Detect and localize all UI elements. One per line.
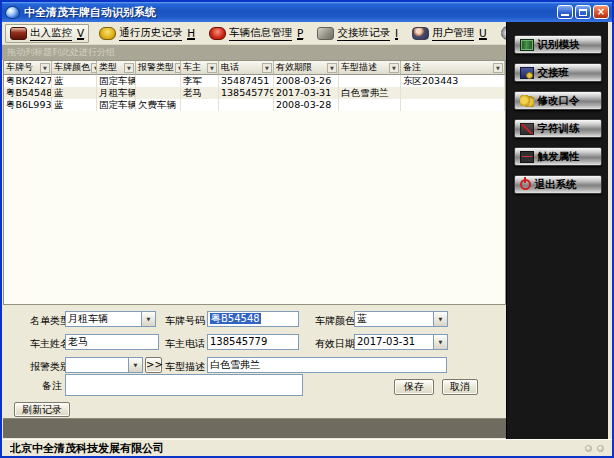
plate-no-selected-text: 粤B54548 [210, 313, 261, 324]
table-row[interactable]: 粤BK2427 蓝 固定车辆 李军 35487451 2008-03-26 东区… [4, 75, 505, 87]
cell-plate: 粤B54548 [4, 87, 52, 99]
sidebar-button-label: 交接班 [538, 66, 570, 80]
filter-arrow-icon[interactable]: ▼ [262, 63, 272, 73]
sidebar-button-character-training[interactable]: 字符训练 [514, 119, 602, 138]
column-header-phone[interactable]: 电话▼ [219, 61, 274, 75]
toolbar-hotkey: U [479, 27, 487, 40]
sidebar-button-exit-system[interactable]: 退出系统 [514, 175, 602, 194]
filter-arrow-icon[interactable]: ▼ [124, 63, 134, 73]
model-desc-input[interactable]: 白色雪弗兰 [207, 357, 447, 373]
sidebar: 识别模块 交接班 修改口令 字符训练 触发属性 退出系统 [506, 22, 608, 439]
table-row[interactable]: 粤B6L993 蓝 固定车辆 欠费车辆 2008-03-28 [4, 99, 505, 111]
cell-alarm-type: 欠费车辆 [136, 99, 181, 111]
minimize-button[interactable] [557, 5, 573, 19]
main-toolbar: 出入监控 V 通行历史记录 H 车辆信息管理 P 交接班记录 I 用户管理 U … [2, 22, 506, 45]
valid-date-picker[interactable]: 2017-03-31 ▼ [354, 334, 448, 350]
statusbar: 北京中全清茂科技发展有限公司 [2, 439, 612, 456]
toolbar-item-entry-monitor[interactable]: 出入监控 V [5, 24, 89, 43]
owner-name-input[interactable]: 老马 [65, 334, 159, 350]
column-label: 有效期限 [276, 61, 312, 74]
list-type-value: 月租车辆 [66, 312, 141, 326]
toolbar-label: 通行历史记录 [119, 26, 182, 41]
car-icon [209, 27, 226, 40]
cell-plate-color: 蓝 [52, 87, 97, 99]
plate-color-select[interactable]: 蓝 ▼ [354, 311, 448, 327]
toolbar-item-shift-record[interactable]: 交接班记录 I [313, 24, 402, 43]
list-type-select[interactable]: 月租车辆 ▼ [65, 311, 156, 327]
column-header-type[interactable]: 类型▼ [97, 61, 136, 75]
cell-model-desc [339, 99, 401, 111]
column-label: 类型 [99, 61, 117, 74]
filter-arrow-icon[interactable]: ▼ [207, 63, 217, 73]
shift-change-icon [520, 67, 534, 79]
close-button[interactable]: × [593, 5, 609, 19]
column-header-remark[interactable]: 备注▼ [401, 61, 505, 75]
column-label: 报警类型 [138, 61, 174, 74]
remark-label: 备注 [42, 379, 62, 393]
app-logo-icon [5, 6, 20, 19]
sidebar-button-label: 退出系统 [535, 178, 577, 192]
alarm-type-label: 报警类别 [30, 360, 70, 374]
plate-no-input[interactable]: 粤B54548 [207, 311, 299, 327]
chevron-down-icon[interactable]: ▼ [141, 312, 155, 326]
sidebar-button-recognition-module[interactable]: 识别模块 [514, 35, 602, 54]
remark-textarea[interactable] [65, 374, 303, 396]
column-header-plate[interactable]: 车牌号▼ [4, 61, 52, 75]
cell-owner: 老马 [181, 87, 219, 99]
column-label: 备注 [403, 61, 421, 74]
toolbar-hotkey: V [77, 27, 84, 40]
cell-remark: 东区203443 [401, 75, 505, 87]
sidebar-button-label: 修改口令 [538, 94, 580, 108]
column-header-alarm-type[interactable]: 报警类型▼ [136, 61, 181, 75]
toolbar-item-vehicle-info[interactable]: 车辆信息管理 P [205, 24, 307, 43]
cell-type: 固定车辆 [97, 75, 136, 87]
power-icon [520, 179, 531, 190]
chevron-down-icon[interactable]: ▼ [128, 358, 142, 372]
filter-arrow-icon[interactable]: ▼ [327, 63, 337, 73]
company-name: 北京中全清茂科技发展有限公司 [10, 441, 580, 456]
column-header-owner[interactable]: 车主▼ [181, 61, 219, 75]
column-header-plate-color[interactable]: 车牌颜色▼ [52, 61, 97, 75]
chevron-down-icon[interactable]: ▼ [433, 312, 447, 326]
sidebar-button-shift-change[interactable]: 交接班 [514, 63, 602, 82]
column-label: 车主 [183, 61, 201, 74]
refresh-records-button[interactable]: 刷新记录 [14, 402, 70, 417]
table-row[interactable]: 粤B54548 蓝 月租车辆 老马 138545779 2017-03-31 白… [4, 87, 505, 99]
sidebar-button-label: 字符训练 [538, 122, 580, 136]
owner-phone-input[interactable]: 138545779 [207, 334, 299, 350]
toolbar-label: 用户管理 [432, 26, 474, 41]
owner-phone-label: 车主电话 [165, 337, 205, 351]
filter-arrow-icon[interactable]: ▼ [40, 63, 50, 73]
plate-color-value: 蓝 [355, 312, 433, 326]
taxi-icon [99, 27, 116, 40]
filter-arrow-icon[interactable]: ▼ [493, 63, 503, 73]
cell-type: 固定车辆 [97, 99, 136, 111]
sidebar-button-change-password[interactable]: 修改口令 [514, 91, 602, 110]
column-label: 车牌号 [6, 61, 33, 74]
toolbar-label: 交接班记录 [337, 26, 390, 41]
alarm-type-select[interactable]: ▼ [65, 357, 143, 373]
filter-arrow-icon[interactable]: ▼ [389, 63, 399, 73]
cell-model-desc [339, 75, 401, 87]
toolbar-item-user-management[interactable]: 用户管理 U [408, 24, 491, 43]
status-indicator-icon [597, 445, 604, 452]
column-header-model-desc[interactable]: 车型描述▼ [339, 61, 401, 75]
cell-valid-until: 2017-03-31 [274, 87, 339, 99]
vehicle-edit-form: 名单类型 月租车辆 ▼ 车牌号码 粤B54548 车牌颜色 蓝 ▼ 车主姓名 老… [2, 305, 506, 402]
toolbar-hotkey: P [297, 27, 303, 40]
cell-owner: 李军 [181, 75, 219, 87]
chevron-down-icon[interactable]: ▼ [433, 335, 447, 349]
toolbar-hotkey: I [395, 27, 398, 40]
sidebar-button-trigger-properties[interactable]: 触发属性 [514, 147, 602, 166]
column-header-valid-until[interactable]: 有效期限▼ [274, 61, 339, 75]
alarm-type-expand-button[interactable]: >> [145, 357, 162, 373]
cell-alarm-type [136, 87, 181, 99]
maximize-button[interactable] [575, 5, 591, 19]
cancel-button[interactable]: 取消 [442, 379, 478, 395]
window-controls: × [557, 5, 609, 19]
shift-record-icon [317, 27, 334, 40]
cell-valid-until: 2008-03-26 [274, 75, 339, 87]
cell-phone: 138545779 [219, 87, 274, 99]
save-button[interactable]: 保存 [394, 379, 434, 395]
toolbar-item-history[interactable]: 通行历史记录 H [95, 24, 199, 43]
